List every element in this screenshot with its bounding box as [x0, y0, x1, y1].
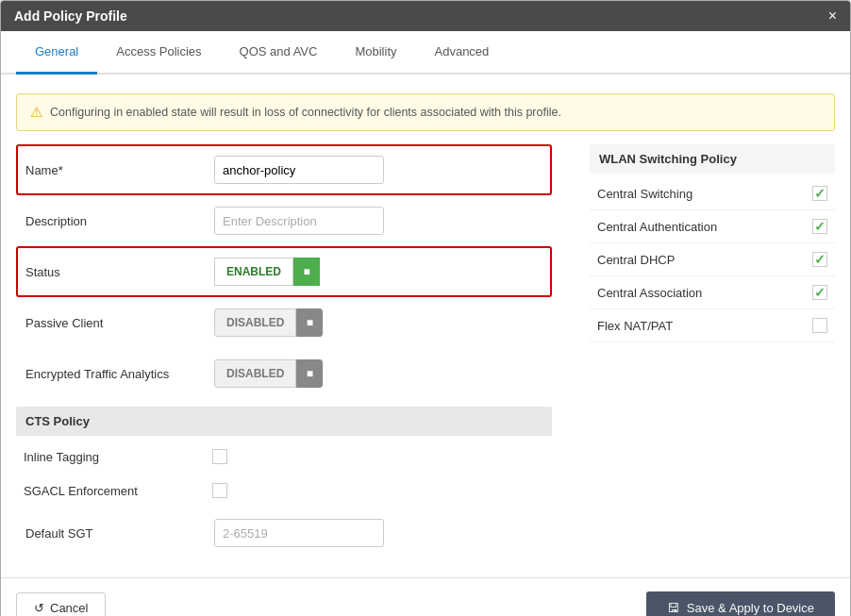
central-dhcp-label: Central DHCP: [597, 253, 812, 267]
central-auth-checkbox[interactable]: ✓: [812, 219, 827, 234]
flex-nat-checkbox[interactable]: [812, 318, 827, 333]
encrypted-traffic-label: Encrypted Traffic Analytics: [25, 367, 214, 381]
save-label: Save & Apply to Device: [687, 601, 814, 615]
cancel-button[interactable]: ↺ Cancel: [16, 592, 106, 616]
left-panel: Name* Description Status ENABLED ■: [16, 144, 552, 558]
wlan-central-dhcp-row: Central DHCP ✓: [590, 243, 835, 276]
encrypted-traffic-row: Encrypted Traffic Analytics DISABLED ■: [16, 348, 552, 399]
tab-bar: General Access Policies QOS and AVC Mobi…: [1, 31, 850, 75]
add-policy-profile-modal: Add Policy Profile × General Access Poli…: [0, 0, 851, 616]
tab-mobility[interactable]: Mobility: [336, 31, 415, 75]
encrypted-traffic-indicator[interactable]: ■: [296, 359, 323, 388]
inline-tagging-checkbox[interactable]: [212, 449, 227, 464]
inline-tagging-label: Inline Tagging: [24, 450, 212, 464]
modal-title: Add Policy Profile: [14, 8, 127, 24]
tab-advanced[interactable]: Advanced: [416, 31, 509, 75]
description-row: Description: [16, 195, 552, 246]
encrypted-traffic-toggle[interactable]: DISABLED ■: [214, 359, 323, 388]
central-auth-label: Central Authentication: [597, 220, 812, 234]
content-area: Name* Description Status ENABLED ■: [1, 144, 850, 558]
default-sgt-input[interactable]: [214, 519, 384, 547]
passive-client-indicator[interactable]: ■: [296, 308, 323, 337]
central-switching-checkbox[interactable]: ✓: [812, 186, 827, 201]
passive-client-value[interactable]: DISABLED: [214, 308, 296, 337]
inline-tagging-row: Inline Tagging: [16, 440, 552, 474]
encrypted-traffic-value[interactable]: DISABLED: [214, 359, 296, 388]
description-label: Description: [25, 214, 214, 228]
wlan-section-title: WLAN Switching Policy: [590, 144, 835, 174]
description-input[interactable]: [214, 207, 384, 235]
central-assoc-checkmark: ✓: [814, 285, 826, 300]
wlan-flex-nat-row: Flex NAT/PAT: [590, 309, 835, 342]
right-panel: WLAN Switching Policy Central Switching …: [571, 144, 835, 558]
default-sgt-label: Default SGT: [25, 526, 214, 541]
sgacl-label: SGACL Enforcement: [24, 484, 212, 498]
save-icon: 🖫: [667, 601, 679, 615]
central-dhcp-checkbox[interactable]: ✓: [812, 252, 827, 267]
wlan-central-assoc-row: Central Association ✓: [590, 276, 835, 309]
name-label: Name*: [25, 163, 214, 177]
passive-client-row: Passive Client DISABLED ■: [16, 297, 552, 348]
save-apply-button[interactable]: 🖫 Save & Apply to Device: [646, 591, 835, 616]
wlan-central-switching-row: Central Switching ✓: [590, 177, 835, 210]
wlan-central-auth-row: Central Authentication ✓: [590, 210, 835, 243]
central-assoc-label: Central Association: [597, 286, 812, 300]
cancel-label: Cancel: [50, 601, 88, 615]
modal-body: ⚠ Configuring in enabled state will resu…: [1, 75, 850, 558]
sgacl-row: SGACL Enforcement: [16, 474, 552, 508]
warning-icon: ⚠: [30, 104, 42, 121]
central-auth-checkmark: ✓: [814, 219, 826, 234]
status-toggle[interactable]: ENABLED ■: [214, 258, 320, 286]
cancel-icon: ↺: [34, 601, 44, 615]
modal-header: Add Policy Profile ×: [1, 1, 850, 31]
warning-text: Configuring in enabled state will result…: [50, 106, 561, 119]
passive-client-label: Passive Client: [25, 316, 214, 330]
status-row: Status ENABLED ■: [16, 246, 552, 297]
central-dhcp-checkmark: ✓: [814, 252, 826, 267]
central-switching-label: Central Switching: [597, 187, 812, 201]
sgacl-checkbox[interactable]: [212, 483, 227, 498]
status-green-indicator[interactable]: ■: [293, 258, 320, 286]
flex-nat-label: Flex NAT/PAT: [597, 319, 812, 333]
tab-qos-avc[interactable]: QOS and AVC: [221, 31, 337, 75]
warning-banner: ⚠ Configuring in enabled state will resu…: [16, 93, 835, 131]
tab-general[interactable]: General: [16, 31, 97, 75]
cts-section-header: CTS Policy: [16, 407, 552, 436]
tab-access-policies[interactable]: Access Policies: [97, 31, 220, 75]
central-switching-checkmark: ✓: [814, 186, 826, 201]
close-button[interactable]: ×: [828, 8, 837, 24]
status-label: Status: [25, 265, 214, 279]
name-input[interactable]: [214, 156, 384, 184]
status-enabled-label[interactable]: ENABLED: [214, 258, 293, 286]
name-row: Name*: [16, 144, 552, 195]
default-sgt-row: Default SGT: [16, 508, 552, 558]
passive-client-toggle[interactable]: DISABLED ■: [214, 308, 323, 337]
central-assoc-checkbox[interactable]: ✓: [812, 285, 827, 300]
modal-footer: ↺ Cancel 🖫 Save & Apply to Device: [1, 577, 850, 616]
